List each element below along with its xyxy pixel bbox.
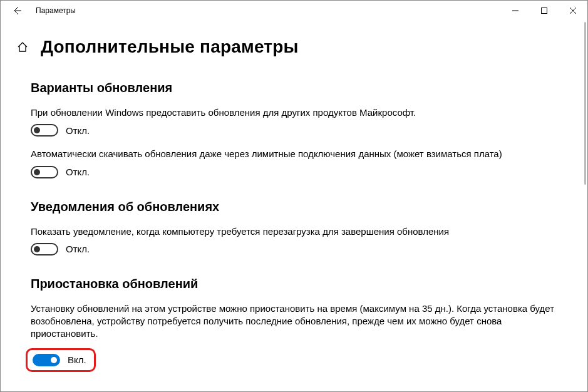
close-icon xyxy=(570,8,576,14)
toggle-state-label: Откл. xyxy=(66,167,90,177)
home-button[interactable] xyxy=(16,40,29,54)
home-icon xyxy=(16,41,29,53)
section-heading: Приостановка обновлений xyxy=(31,277,569,291)
back-button[interactable] xyxy=(7,6,27,16)
minimize-button[interactable] xyxy=(501,1,530,21)
option-label: Автоматически скачивать обновления даже … xyxy=(31,148,569,160)
toggle-state-label: Откл. xyxy=(66,244,90,254)
scrollbar[interactable] xyxy=(579,22,586,390)
minimize-icon xyxy=(512,8,518,14)
maximize-icon xyxy=(541,8,547,14)
toggle-switch[interactable] xyxy=(31,124,58,137)
section-pause-updates: Приостановка обновлений Установку обновл… xyxy=(31,277,569,372)
window-title: Параметры xyxy=(36,6,76,15)
option-label: При обновлении Windows предоставить обно… xyxy=(31,106,569,119)
page-header: Дополнительные параметры xyxy=(16,37,587,57)
toggle-metered-download: Откл. xyxy=(31,166,569,178)
toggle-state-label: Откл. xyxy=(66,125,90,136)
toggle-restart-notification: Откл. xyxy=(31,243,569,255)
toggle-other-products: Откл. xyxy=(31,124,569,137)
section-heading: Уведомления об обновлениях xyxy=(31,200,569,214)
arrow-left-icon xyxy=(12,6,22,16)
close-button[interactable] xyxy=(559,1,587,21)
toggle-state-label: Вкл. xyxy=(68,354,86,365)
scrollbar-thumb[interactable] xyxy=(584,22,586,185)
content-area: Варианты обновления При обновлении Windo… xyxy=(1,75,587,372)
toggle-switch[interactable] xyxy=(31,243,58,255)
section-update-options: Варианты обновления При обновлении Windo… xyxy=(31,81,569,178)
maximize-button[interactable] xyxy=(530,1,559,21)
titlebar: Параметры xyxy=(1,1,587,21)
toggle-pause-updates[interactable] xyxy=(33,354,60,366)
toggle-switch[interactable] xyxy=(31,166,58,178)
highlight-annotation: Вкл. xyxy=(26,348,96,372)
option-description: Установку обновлений на этом устройстве … xyxy=(31,302,569,341)
section-update-notifications: Уведомления об обновлениях Показать увед… xyxy=(31,200,569,255)
option-label: Показать уведомление, когда компьютеру т… xyxy=(31,225,569,238)
page-title: Дополнительные параметры xyxy=(41,37,299,57)
section-heading: Варианты обновления xyxy=(31,81,569,95)
svg-rect-0 xyxy=(542,8,547,14)
